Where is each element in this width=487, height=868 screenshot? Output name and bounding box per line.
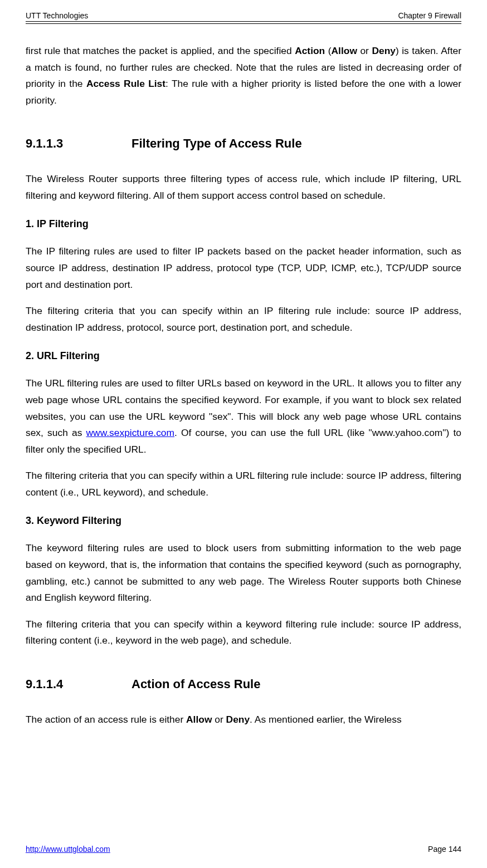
section-title: Filtering Type of Access Rule bbox=[132, 136, 302, 151]
subsection-ip-filtering: 1. IP Filtering bbox=[26, 218, 461, 230]
subsection-keyword-filtering: 3. Keyword Filtering bbox=[26, 515, 461, 527]
header-right: Chapter 9 Firewall bbox=[398, 11, 461, 20]
page-footer: http://www.uttglobal.com Page 144 bbox=[26, 845, 461, 854]
section-heading-filtering-type: 9.1.1.3 Filtering Type of Access Rule bbox=[26, 136, 461, 151]
section-number: 9.1.1.4 bbox=[26, 677, 132, 692]
keyword-filtering-p2: The filtering criteria that you can spec… bbox=[26, 616, 461, 649]
subsection-url-filtering: 2. URL Filtering bbox=[26, 350, 461, 362]
page-number: Page 144 bbox=[428, 845, 461, 854]
document-page: UTT Technologies Chapter 9 Firewall firs… bbox=[0, 0, 487, 868]
ip-filtering-p2: The filtering criteria that you can spec… bbox=[26, 303, 461, 336]
url-filtering-p2: The filtering criteria that you can spec… bbox=[26, 468, 461, 501]
url-filtering-p1: The URL filtering rules are used to filt… bbox=[26, 375, 461, 458]
keyword-filtering-p1: The keyword filtering rules are used to … bbox=[26, 540, 461, 606]
intro-paragraph: first rule that matches the packet is ap… bbox=[26, 43, 461, 109]
header-left: UTT Technologies bbox=[26, 11, 88, 20]
page-header: UTT Technologies Chapter 9 Firewall bbox=[26, 11, 461, 20]
ip-filtering-p1: The IP filtering rules are used to filte… bbox=[26, 243, 461, 293]
header-divider bbox=[26, 21, 461, 24]
section-number: 9.1.1.3 bbox=[26, 136, 132, 151]
section-heading-action: 9.1.1.4 Action of Access Rule bbox=[26, 677, 461, 692]
footer-url-link[interactable]: http://www.uttglobal.com bbox=[26, 845, 110, 854]
example-url-link[interactable]: www.sexpicture.com bbox=[86, 427, 175, 438]
section2-para: The action of an access rule is either A… bbox=[26, 712, 461, 728]
section1-intro: The Wireless Router supports three filte… bbox=[26, 171, 461, 204]
section-title: Action of Access Rule bbox=[132, 677, 260, 692]
